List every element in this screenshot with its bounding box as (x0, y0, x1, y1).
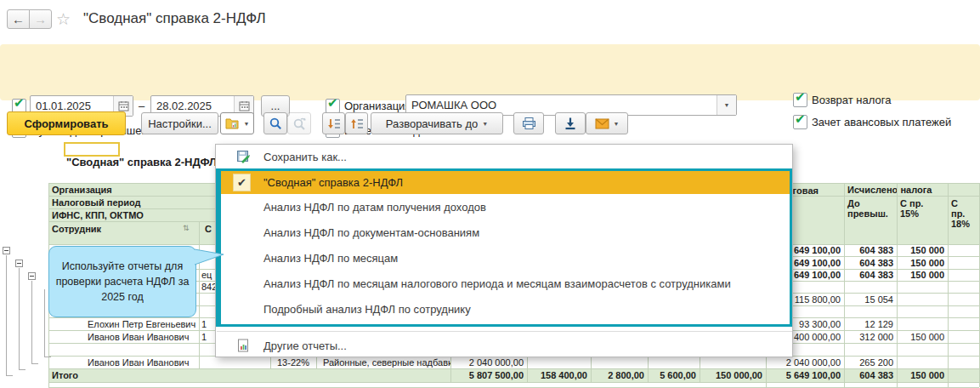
menu-separator (217, 331, 792, 332)
cell-cursor (64, 142, 120, 157)
menu-item-variant-0[interactable]: ✔"Сводная" справка 2-НДФЛ (221, 171, 790, 194)
header-calculated-tax[interactable]: Исчислено налога (844, 184, 978, 195)
table-cell[interactable]: 5 649 100,00 (766, 369, 844, 382)
header-next-col-fragment: С (201, 223, 215, 234)
table-cell[interactable]: 5 600,00 (648, 369, 700, 382)
table-cell[interactable]: 150 000 (897, 331, 948, 343)
other-reports-icon (235, 338, 251, 353)
table-cell[interactable]: Иванов Иван Иванович (85, 331, 199, 343)
header-rate-18[interactable]: С пр. 18% (948, 197, 970, 229)
table-cell[interactable]: 158 400,00 (527, 369, 591, 382)
table-cell[interactable]: 5 807 500,00 (450, 369, 527, 382)
table-cell[interactable]: Районные, северные надбавки (316, 357, 450, 368)
table-cell[interactable]: 604 383 (844, 369, 897, 382)
tree-collapse-button[interactable] (3, 247, 10, 254)
table-total-row[interactable]: Итого5 807 500,00158 400,002 800,005 600… (48, 369, 979, 383)
table-cell[interactable]: 604 383 (844, 270, 897, 281)
table-cell[interactable]: 13-22% (270, 357, 316, 368)
report-title: "Сводная" справка 2-НДФЛ (66, 156, 217, 168)
grid-line (948, 183, 949, 387)
menu-item-save-as[interactable]: Сохранить как... (216, 145, 792, 168)
grid-line (316, 357, 317, 369)
tree-connector-line (44, 289, 45, 357)
table-cell[interactable]: 604 383 (844, 257, 897, 269)
report-variants-menu: Сохранить как... ✔"Сводная" справка 2-НД… (215, 144, 793, 357)
menu-item-variant-1[interactable]: Анализ НДФЛ по датам получения доходов (221, 194, 790, 220)
grid-line (766, 196, 979, 197)
table-cell[interactable]: 150 000 (897, 270, 948, 281)
table-cell[interactable]: 150 000,00 (700, 369, 766, 382)
menu-item-label: Анализ НДФЛ по месяцам налогового период… (263, 277, 731, 290)
table-cell[interactable]: Елохин Петр Евгеньевич (85, 318, 199, 330)
callout-bubble: Используйте отчеты для проверки расчета … (48, 246, 196, 317)
menu-item-label: Подробный анализ НДФЛ по сотруднику (263, 303, 471, 316)
tree-connector-line (31, 281, 32, 363)
menu-item-other-reports[interactable]: Другие отчеты... (216, 334, 792, 357)
table-cell[interactable]: 12 129 (844, 318, 897, 330)
table-cell[interactable]: Иванов Иван Иванович (85, 357, 270, 368)
sort-icon[interactable]: ⇅ (183, 224, 190, 232)
grid-line (199, 221, 200, 244)
menu-item-variant-4[interactable]: Анализ НДФЛ по месяцам налогового период… (221, 271, 790, 296)
tree-collapse-button[interactable] (28, 272, 36, 280)
table-cell[interactable]: 150 000 (897, 369, 948, 382)
header-employee[interactable]: Сотрудник (48, 223, 184, 234)
grid-line (270, 357, 271, 369)
save-as-icon (235, 149, 251, 164)
menu-item-label: Анализ НДФЛ по датам получения доходов (263, 201, 486, 214)
tree-connector-line (19, 268, 20, 369)
grid-line (844, 183, 845, 387)
tree-connector-line (44, 357, 51, 357)
tree-connector-line (6, 255, 7, 375)
table-cell[interactable]: 312 000 (844, 331, 897, 343)
table-row[interactable] (48, 383, 979, 388)
table-cell[interactable]: 604 383 (844, 245, 897, 256)
menu-item-variant-3[interactable]: Анализ НДФЛ по месяцам (221, 245, 790, 271)
highlight-frame: ✔"Сводная" справка 2-НДФЛАнализ НДФЛ по … (216, 168, 792, 327)
selected-check-icon: ✔ (233, 174, 251, 191)
header-rate-15[interactable]: С пр. 15% (897, 197, 932, 219)
table-cell[interactable]: 265 200 (844, 357, 897, 368)
table-cell[interactable]: 2 800,00 (591, 369, 648, 382)
callout-text: Используйте отчеты для проверки расчета … (54, 259, 190, 305)
tree-connector-line (6, 375, 13, 376)
table-cell[interactable]: 150 000 (897, 245, 948, 256)
menu-item-label: Анализ НДФЛ по месяцам (263, 252, 398, 265)
header-below-threshold[interactable]: До превыш. (844, 197, 893, 219)
callout-pointer (195, 248, 225, 268)
tree-connector-line (19, 369, 25, 370)
menu-item-variant-5[interactable]: Подробный анализ НДФЛ по сотруднику (221, 296, 790, 322)
table-cell[interactable]: 150 000 (897, 257, 948, 269)
tree-connector-line (31, 363, 38, 364)
table-cell[interactable]: 15 054 (844, 294, 897, 305)
menu-item-variant-2[interactable]: Анализ НДФЛ по документам-основаниям (221, 220, 790, 245)
table-cell[interactable]: Итого (48, 369, 450, 382)
grid-line (897, 183, 898, 387)
table-cell[interactable]: 2 040 000,00 (450, 357, 527, 368)
table-cell[interactable]: 2 040 000,00 (766, 357, 844, 368)
tree-collapse-button[interactable] (15, 260, 23, 267)
menu-item-label: Анализ НДФЛ по документам-основаниям (263, 226, 479, 239)
table-row[interactable]: Иванов Иван Иванович13-22%Районные, севе… (48, 357, 979, 369)
menu-item-label: "Сводная" справка 2-НДФЛ (263, 176, 403, 189)
